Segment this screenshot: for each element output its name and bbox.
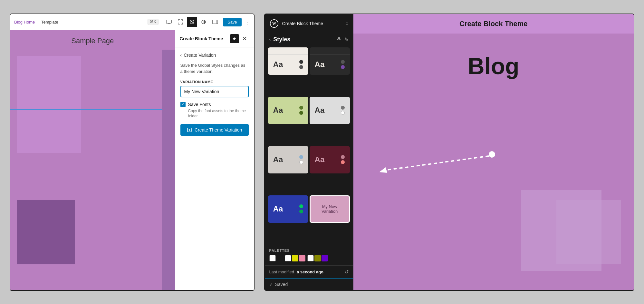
last-modified-value: a second ago [297, 270, 323, 274]
right-panel: W Create Block Theme ○ ‹ Styles 👁 ✎ Aa [264, 14, 634, 291]
panel-description: Save the Global Styles changes as a them… [180, 62, 249, 75]
style-card-2-dots [341, 60, 345, 69]
style-card-4[interactable]: Aa [310, 97, 350, 124]
swatch-purple [322, 255, 328, 261]
save-fonts-row: ✓ Save Fonts [180, 102, 249, 107]
saved-check-icon: ✓ [269, 282, 273, 287]
styles-site-title: Create Block Theme [282, 21, 342, 26]
svg-point-11 [489, 151, 495, 158]
breadcrumb-separator: · [37, 20, 39, 25]
preview-icon[interactable]: 👁 [337, 36, 342, 42]
save-button[interactable]: Save [223, 18, 242, 26]
palette-row [269, 255, 349, 261]
svg-text:W: W [272, 21, 276, 26]
style-card-7-dots [299, 204, 303, 213]
saved-label: Saved [275, 282, 288, 287]
expand-icon[interactable] [175, 17, 186, 27]
create-theme-variation-button[interactable]: Create Theme Variation [180, 124, 249, 136]
style-card-6-aa: Aa [315, 155, 325, 164]
preview-blog-text: Blog [468, 53, 519, 79]
swatch-yellow [292, 255, 298, 261]
breadcrumb-home[interactable]: Blog Home [14, 20, 35, 25]
palettes-label: PALETTES [269, 249, 349, 252]
save-fonts-label: Save Fonts [188, 102, 211, 107]
palette-group-3 [307, 255, 328, 261]
panel-star-button[interactable]: ★ [230, 34, 239, 43]
panel-body: ‹ Create Variation Save the Global Style… [175, 47, 254, 290]
create-variation-icon [187, 127, 192, 132]
styles-panel-title: Styles [273, 36, 334, 43]
create-button-label: Create Theme Variation [195, 127, 242, 132]
svg-marker-13 [379, 167, 387, 173]
style-card-5[interactable]: Aa [268, 146, 308, 173]
new-variation-label: My New Variation [314, 204, 345, 214]
contrast-icon[interactable] [198, 17, 209, 27]
history-icon[interactable]: ↺ [344, 269, 349, 275]
panel-title: Create Block Theme [180, 36, 230, 41]
canvas-horizontal-line [10, 109, 175, 110]
panel-close-button[interactable]: ✕ [240, 34, 249, 43]
more-options-icon[interactable]: ⋮ [244, 18, 250, 25]
panel-header: Create Block Theme ★ ✕ [175, 30, 254, 47]
canvas-block-dark [17, 200, 75, 264]
editor-content: Sample Page Create Block Theme ★ ✕ ‹ Cre… [10, 30, 254, 290]
swatch-black [276, 255, 283, 261]
swatch-pink [299, 255, 305, 261]
style-card-1-aa: Aa [273, 60, 283, 69]
checkmark-icon: ✓ [181, 102, 184, 106]
wp-logo[interactable]: W [269, 19, 279, 28]
style-card-new-variation[interactable]: My New Variation [310, 195, 350, 223]
save-fonts-checkbox[interactable]: ✓ [180, 102, 186, 107]
left-editor-panel: Blog Home · Template ⌘K Save ⋮ [10, 14, 255, 291]
styles-panel-header: ‹ Styles 👁 ✎ [265, 33, 353, 46]
palette-group-2 [285, 255, 305, 261]
svg-rect-0 [166, 20, 171, 23]
style-card-2[interactable]: Aa [310, 47, 350, 75]
style-card-7-aa: Aa [273, 204, 283, 213]
swatch-olive [314, 255, 321, 261]
palette-group-1 [269, 255, 283, 261]
style-card-6[interactable]: Aa [310, 146, 350, 173]
style-card-3-aa: Aa [273, 106, 283, 115]
style-card-5-dots [299, 155, 303, 164]
swatch-white2 [285, 255, 291, 261]
editor-topbar: Blog Home · Template ⌘K Save ⋮ [10, 14, 254, 30]
search-icon[interactable]: ○ [345, 21, 349, 26]
canvas-blocks [10, 50, 175, 290]
swatch-white3 [307, 255, 314, 261]
sidebar-icon[interactable] [210, 17, 220, 27]
back-label: Create Variation [184, 53, 216, 58]
preview-site-title: Create Block Theme [459, 20, 528, 28]
svg-rect-4 [213, 20, 218, 24]
style-card-7[interactable]: Aa [268, 195, 308, 223]
create-block-theme-panel: Create Block Theme ★ ✕ ‹ Create Variatio… [175, 30, 254, 290]
style-card-1[interactable]: Aa [268, 47, 308, 75]
back-arrow-icon: ‹ [180, 53, 182, 58]
preview-content: Blog [353, 34, 634, 290]
variation-name-label: VARIATION NAME [180, 80, 249, 84]
canvas-block-light [17, 56, 81, 153]
canvas-block-side [162, 50, 175, 290]
style-icon[interactable] [187, 17, 197, 27]
preview-header: Create Block Theme [353, 14, 634, 34]
variation-name-input[interactable] [180, 86, 249, 97]
last-modified-bar: Last modified a second ago ↺ [265, 265, 353, 278]
style-card-2-aa: Aa [315, 60, 325, 69]
swatch-white [269, 255, 276, 261]
edit-icon[interactable]: ✎ [344, 36, 349, 43]
style-card-4-aa: Aa [315, 106, 325, 115]
keyboard-shortcut: ⌘K [148, 19, 159, 25]
canvas-area: Sample Page [10, 30, 175, 290]
breadcrumb-page: Template [41, 20, 58, 25]
save-fonts-description: Copy the font assets to the theme folder… [188, 108, 249, 119]
style-card-3[interactable]: Aa [268, 97, 308, 124]
back-navigation[interactable]: ‹ Create Variation [180, 53, 249, 58]
desktop-icon[interactable] [164, 17, 174, 27]
style-card-5-aa: Aa [273, 155, 283, 164]
saved-bar: ✓ Saved [265, 278, 353, 290]
canvas-page-title: Sample Page [71, 37, 114, 45]
last-modified-label: Last modified [269, 270, 294, 274]
new-variation-inner: My New Variation [314, 199, 345, 219]
palettes-section: PALETTES [265, 245, 353, 265]
styles-back-button[interactable]: ‹ [269, 37, 271, 42]
